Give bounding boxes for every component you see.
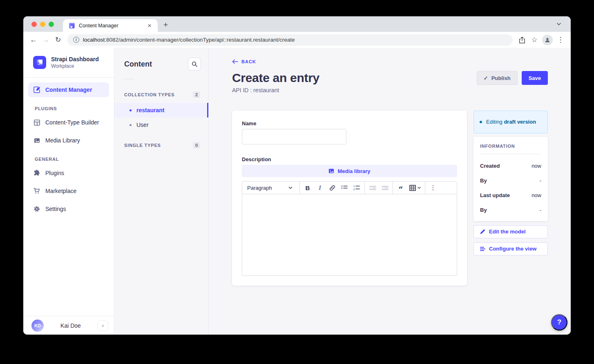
italic-button[interactable]: I bbox=[314, 182, 326, 193]
sidebar-item-media-library[interactable]: Media Library bbox=[28, 133, 109, 148]
strapi-app: Strapi Dashboard Workplace Content Manag… bbox=[23, 48, 571, 335]
new-tab-button[interactable]: + bbox=[163, 21, 168, 29]
svg-text:2: 2 bbox=[353, 188, 355, 191]
name-input[interactable] bbox=[242, 129, 346, 144]
strapi-logo bbox=[33, 56, 46, 69]
browser-forward-icon[interactable]: → bbox=[40, 34, 52, 46]
browser-menu-kebab-icon[interactable]: ⋮ bbox=[554, 34, 567, 46]
single-types-header: SINGLE TYPES 0 bbox=[114, 142, 208, 149]
help-button[interactable]: ? bbox=[551, 314, 567, 331]
back-label: BACK bbox=[241, 59, 256, 64]
marketplace-cart-icon bbox=[33, 188, 40, 194]
numbered-list-button[interactable]: 12 bbox=[351, 182, 363, 193]
single-types-count-badge: 0 bbox=[193, 142, 200, 149]
brand-text: Strapi Dashboard Workplace bbox=[51, 56, 99, 69]
main-content: BACK Create an entry ✓ Publish Save API … bbox=[209, 48, 571, 335]
sidebar-item-content-type-builder[interactable]: Content-Type Builder bbox=[28, 115, 109, 130]
plugins-puzzle-icon bbox=[33, 170, 40, 176]
publish-button[interactable]: ✓ Publish bbox=[477, 71, 518, 85]
share-icon[interactable] bbox=[516, 34, 528, 46]
browser-toolbar: ← → ↻ i localhost:8082/admin/content-man… bbox=[23, 32, 571, 48]
info-value: now bbox=[531, 163, 541, 169]
search-button[interactable] bbox=[188, 58, 201, 71]
collection-type-label: User bbox=[136, 122, 149, 128]
draft-dot-icon bbox=[480, 121, 482, 123]
minimize-window-button[interactable] bbox=[40, 22, 45, 27]
address-bar[interactable]: i localhost:8082/admin/content-manager/c… bbox=[67, 34, 513, 46]
configure-view-button[interactable]: Configure the view bbox=[473, 242, 548, 255]
collection-types-label: COLLECTION TYPES bbox=[124, 92, 174, 97]
media-library-icon bbox=[33, 138, 40, 144]
richtext-editor-area[interactable] bbox=[242, 194, 457, 276]
browser-profile-avatar[interactable] bbox=[542, 35, 553, 45]
sidebar-item-label: Marketplace bbox=[45, 188, 76, 194]
api-id-subtitle: API ID : restaurant bbox=[232, 87, 548, 93]
close-window-button[interactable] bbox=[31, 22, 37, 27]
site-info-icon[interactable]: i bbox=[73, 37, 79, 43]
subnav-header: Content bbox=[114, 48, 208, 71]
bullet-icon bbox=[130, 109, 132, 111]
header-actions: ✓ Publish Save bbox=[477, 71, 548, 85]
sidebar-item-content-manager[interactable]: Content Manager bbox=[28, 82, 109, 97]
single-types-label: SINGLE TYPES bbox=[124, 143, 161, 148]
browser-tab[interactable]: Content Manager ✕ bbox=[63, 19, 158, 32]
bullet-list-button[interactable] bbox=[338, 182, 351, 193]
workspace-brand: Strapi Dashboard Workplace bbox=[23, 48, 114, 78]
pencil-icon bbox=[480, 229, 485, 234]
url-host: localhost bbox=[83, 37, 105, 43]
tab-search-chevron-icon[interactable] bbox=[556, 21, 562, 27]
collection-type-restaurant[interactable]: restaurant bbox=[114, 103, 208, 118]
tab-close-icon[interactable]: ✕ bbox=[145, 22, 154, 29]
sidebar-item-settings[interactable]: Settings bbox=[28, 202, 109, 216]
info-label: Created bbox=[480, 163, 500, 169]
information-title: INFORMATION bbox=[480, 144, 541, 149]
edit-model-button[interactable]: Edit the model bbox=[473, 225, 548, 238]
link-button[interactable] bbox=[326, 182, 338, 193]
sidebar-nav: Content Manager PLUGINS Content-Type Bui… bbox=[23, 78, 114, 220]
check-icon: ✓ bbox=[484, 75, 488, 81]
bookmark-star-icon[interactable]: ☆ bbox=[528, 34, 540, 46]
media-library-label: Media library bbox=[337, 168, 370, 174]
zoom-window-button[interactable] bbox=[49, 22, 54, 27]
media-library-button[interactable]: Media library bbox=[242, 165, 457, 177]
indent-decrease-button[interactable] bbox=[379, 182, 391, 193]
info-row-last-update: Last update now bbox=[480, 192, 541, 198]
user-name: Kai Doe bbox=[48, 322, 94, 329]
user-avatar[interactable]: KD bbox=[31, 320, 44, 332]
entry-form-row: Name Description Media library Paragraph bbox=[232, 111, 548, 286]
page-title: Create an entry bbox=[232, 71, 319, 85]
sidebar-item-label: Content Manager bbox=[45, 87, 92, 93]
url-text: localhost:8082/admin/content-manager/col… bbox=[83, 37, 295, 43]
bold-button[interactable]: B bbox=[301, 182, 314, 193]
configure-lines-icon bbox=[480, 246, 485, 251]
sidebar-item-marketplace[interactable]: Marketplace bbox=[28, 184, 109, 198]
svg-text:1: 1 bbox=[353, 185, 355, 187]
back-link[interactable]: BACK bbox=[232, 59, 256, 64]
entry-form-card: Name Description Media library Paragraph bbox=[232, 111, 467, 286]
active-indicator-bar bbox=[207, 103, 208, 118]
browser-back-icon[interactable]: ← bbox=[27, 34, 40, 46]
sidebar-item-plugins[interactable]: Plugins bbox=[28, 166, 109, 180]
collapse-sidebar-button[interactable]: ‹ bbox=[98, 320, 108, 331]
strapi-favicon bbox=[69, 22, 75, 29]
media-library-icon bbox=[328, 168, 334, 174]
table-button[interactable] bbox=[407, 182, 423, 193]
draft-bold: draft version bbox=[504, 119, 536, 125]
block-format-select[interactable]: Paragraph bbox=[242, 182, 298, 194]
more-options-kebab-icon[interactable]: ⋮ bbox=[427, 182, 439, 193]
sidebar-item-label: Media Library bbox=[45, 137, 80, 144]
blockquote-button[interactable]: “ bbox=[395, 182, 407, 193]
bullet-icon bbox=[130, 124, 132, 126]
indent-increase-button[interactable] bbox=[366, 182, 379, 193]
information-card: INFORMATION Created now By - Last update bbox=[473, 137, 548, 221]
workspace-title: Strapi Dashboard bbox=[51, 56, 99, 62]
save-button[interactable]: Save bbox=[522, 71, 548, 85]
info-row-created-by: By - bbox=[480, 178, 541, 184]
info-row-created: Created now bbox=[480, 163, 541, 169]
browser-reload-icon[interactable]: ↻ bbox=[52, 34, 64, 46]
collection-type-user[interactable]: User bbox=[114, 118, 208, 132]
page-header: Create an entry ✓ Publish Save bbox=[232, 71, 548, 85]
workspace-subtitle: Workplace bbox=[51, 63, 99, 69]
content-type-builder-icon bbox=[33, 120, 40, 126]
tab-strip: Content Manager ✕ + bbox=[23, 16, 571, 32]
